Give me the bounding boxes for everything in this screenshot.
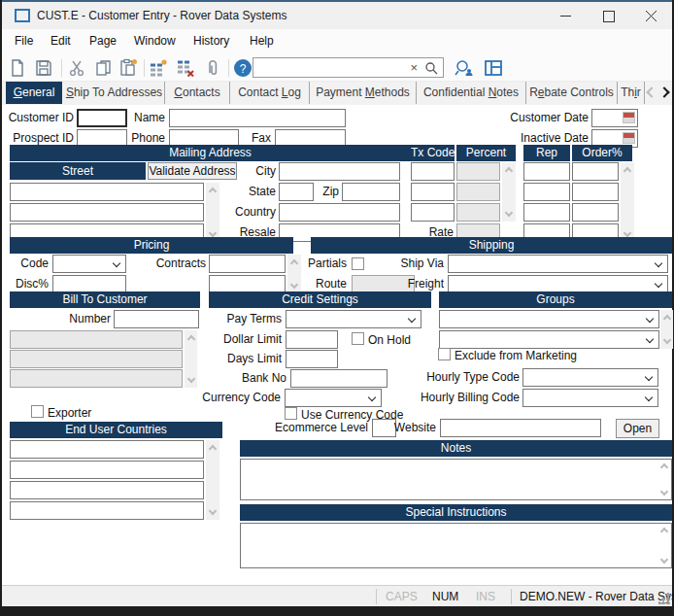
tab-general[interactable]: General <box>6 82 62 104</box>
scroll-up-icon[interactable] <box>209 445 217 453</box>
minimize-button[interactable] <box>544 2 587 29</box>
tab-payment-methods[interactable]: Payment Methods <box>310 82 417 104</box>
hourly-billing-code-dropdown[interactable] <box>522 389 658 407</box>
street-line-1-input[interactable] <box>10 183 204 201</box>
scroll-up-icon[interactable] <box>660 528 668 535</box>
bill-to-scrollbar[interactable] <box>185 330 197 388</box>
hourly-type-code-dropdown[interactable] <box>522 368 658 387</box>
pay-terms-dropdown[interactable] <box>286 310 421 328</box>
groups-scrollbar[interactable] <box>660 310 673 349</box>
menu-window[interactable]: Window <box>134 34 176 48</box>
end-user-countries-scrollbar[interactable] <box>206 440 219 520</box>
tx-code-3-input[interactable] <box>411 203 455 222</box>
end-user-country-2-input[interactable] <box>10 461 204 479</box>
validate-address-button[interactable]: Validate Address <box>148 162 237 180</box>
scroll-up-icon[interactable] <box>187 335 195 343</box>
scroll-up-icon[interactable] <box>660 463 668 471</box>
rep-1-input[interactable] <box>523 162 570 181</box>
scroll-down-icon[interactable] <box>660 488 668 496</box>
attachment-icon[interactable] <box>203 58 222 78</box>
city-label: City <box>227 162 276 181</box>
currency-code-dropdown[interactable] <box>285 389 382 407</box>
search-person-icon[interactable] <box>455 58 474 78</box>
scroll-down-icon[interactable] <box>623 229 631 237</box>
paste-icon[interactable] <box>118 58 138 78</box>
ship-via-dropdown[interactable] <box>448 255 668 273</box>
end-user-country-3-input[interactable] <box>10 481 204 499</box>
scroll-down-icon[interactable] <box>209 229 217 237</box>
dollar-limit-input[interactable] <box>286 330 338 349</box>
scroll-down-icon[interactable] <box>663 336 671 344</box>
tab-ship-to-addresses[interactable]: Ship To Addresses <box>64 82 165 104</box>
order-pct-2-input[interactable] <box>572 183 619 201</box>
tab-confidential-notes[interactable]: Confidential Notes <box>417 82 526 104</box>
layout-icon[interactable] <box>484 58 503 78</box>
on-hold-checkbox[interactable] <box>352 332 364 345</box>
end-user-country-4-input[interactable] <box>10 501 204 520</box>
order-pct-scrollbar[interactable] <box>621 162 634 242</box>
country-input[interactable] <box>279 203 400 222</box>
tab-contacts[interactable]: Contacts <box>165 82 230 104</box>
tab-scroll-left-icon[interactable] <box>648 88 656 96</box>
group-2-dropdown[interactable] <box>439 330 659 349</box>
add-record-icon[interactable] <box>149 58 168 78</box>
special-instructions-textarea[interactable] <box>240 523 672 568</box>
order-pct-3-input[interactable] <box>572 203 619 222</box>
rep-2-input[interactable] <box>523 183 570 201</box>
cut-icon[interactable] <box>67 58 86 78</box>
scroll-down-icon[interactable] <box>209 507 217 515</box>
number-input[interactable] <box>114 310 199 328</box>
exporter-checkbox[interactable] <box>31 405 44 418</box>
end-user-country-1-input[interactable] <box>10 440 204 459</box>
copy-icon[interactable] <box>94 58 114 78</box>
scroll-up-icon[interactable] <box>623 167 631 175</box>
menu-page[interactable]: Page <box>89 34 117 48</box>
tab-scroll-right-icon[interactable] <box>660 88 668 96</box>
new-document-icon[interactable] <box>8 58 27 78</box>
menu-history[interactable]: History <box>193 34 229 48</box>
website-input[interactable] <box>440 419 601 437</box>
save-icon[interactable] <box>34 58 53 78</box>
open-website-button[interactable]: Open <box>616 419 659 438</box>
scroll-down-icon[interactable] <box>187 375 195 383</box>
street-line-2-input[interactable] <box>10 203 204 222</box>
order-pct-1-input[interactable] <box>572 162 619 181</box>
delete-record-icon[interactable] <box>176 58 195 78</box>
menu-file[interactable]: File <box>15 34 33 48</box>
scroll-up-icon[interactable] <box>209 188 217 195</box>
group-1-dropdown[interactable] <box>439 310 659 328</box>
tx-code-2-input[interactable] <box>411 183 455 201</box>
tab-rebate-controls[interactable]: Rebate Controls <box>526 82 618 104</box>
help-icon[interactable]: ? <box>233 58 253 78</box>
maximize-button[interactable] <box>587 2 629 29</box>
menu-edit[interactable]: Edit <box>51 34 71 48</box>
customer-date-input[interactable] <box>591 109 638 127</box>
code-dropdown[interactable] <box>52 255 126 273</box>
bank-no-input[interactable] <box>290 369 388 388</box>
contracts-1-input[interactable] <box>209 255 286 273</box>
search-clear-icon[interactable]: × <box>410 60 418 76</box>
scroll-down-icon[interactable] <box>505 209 513 217</box>
calendar-icon[interactable] <box>623 112 635 123</box>
search-input[interactable] <box>255 59 411 76</box>
rep-3-input[interactable] <box>523 203 570 222</box>
tab-contact-log[interactable]: Contact Log <box>230 82 310 104</box>
resize-grip[interactable] <box>658 593 670 604</box>
scroll-up-icon[interactable] <box>505 167 513 175</box>
calendar-icon[interactable] <box>623 132 635 144</box>
percent-scrollbar[interactable] <box>502 162 516 222</box>
city-input[interactable] <box>279 162 400 181</box>
tab-third-truncated[interactable]: Thir <box>618 82 645 104</box>
scroll-down-icon[interactable] <box>660 556 668 564</box>
close-button[interactable] <box>629 2 672 29</box>
exclude-from-marketing-checkbox[interactable] <box>438 348 451 360</box>
zip-input[interactable] <box>342 183 400 201</box>
notes-textarea[interactable] <box>240 459 672 500</box>
name-input[interactable] <box>169 109 346 127</box>
scroll-up-icon[interactable] <box>663 315 671 323</box>
search-icon[interactable] <box>423 60 439 76</box>
tx-code-1-input[interactable] <box>411 162 455 181</box>
partials-checkbox[interactable] <box>352 257 364 270</box>
days-limit-input[interactable] <box>286 350 338 368</box>
menu-help[interactable]: Help <box>250 34 274 48</box>
